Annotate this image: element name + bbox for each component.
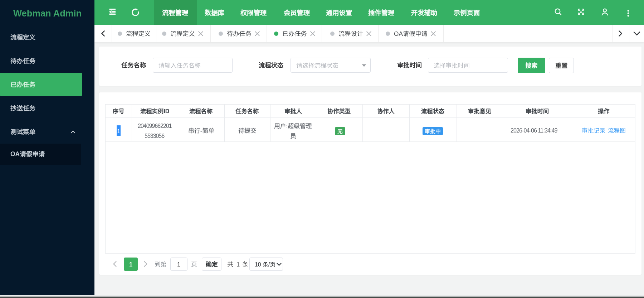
svg-text:204099662201: 204099662201 (138, 123, 172, 129)
svg-text::: : (286, 123, 288, 129)
svg-text:2026-04-06 11:34:49: 2026-04-06 11:34:49 (511, 128, 557, 133)
svg-text:Webman Admin: Webman Admin (13, 9, 82, 18)
svg-text:1: 1 (177, 261, 180, 267)
svg-text:5533056: 5533056 (145, 133, 165, 139)
svg-text:/: / (268, 261, 270, 267)
svg-text:-: - (200, 128, 202, 134)
svg-text:10: 10 (255, 261, 261, 267)
svg-text:OA: OA (10, 151, 20, 157)
svg-text:1: 1 (129, 261, 132, 267)
svg-text:1: 1 (117, 128, 120, 134)
svg-text:OA: OA (394, 30, 403, 37)
svg-text:1: 1 (236, 261, 240, 267)
svg-text:ID: ID (164, 108, 169, 114)
